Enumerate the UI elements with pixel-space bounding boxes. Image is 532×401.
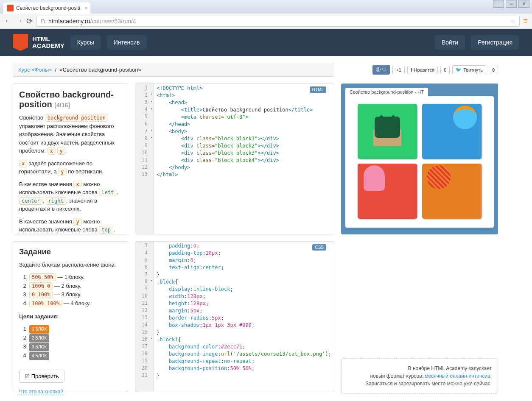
task-panel: Задание Задайте блокам расположение фона… <box>13 241 128 392</box>
logo-text-2: ACADEMY <box>32 42 64 49</box>
url-host: htmlacademy.ru <box>48 18 90 25</box>
preview-block-1 <box>358 104 417 159</box>
html-code[interactable]: <!DOCTYPE html> <html> <head> <title>Сво… <box>154 84 334 179</box>
promo-line: новый формат курсов: <box>370 373 425 379</box>
t: Свойство <box>19 114 45 121</box>
code-bg-position: background-position <box>45 114 108 122</box>
what-is-button-link[interactable]: Что это за кнопка? <box>19 389 63 395</box>
promo-line: В ноябре HTML Academy запускает <box>347 365 492 372</box>
cl: <div <box>181 157 196 163</box>
bookmark-star-icon[interactable]: ☆ <box>510 18 516 25</box>
task-item: 100% 0 — 2 блоку. <box>29 282 122 291</box>
cl: "block block4" <box>215 157 258 163</box>
fb-label: Нравится <box>414 67 435 72</box>
cl: <!DOCTYPE html> <box>157 85 202 91</box>
cl: class= <box>196 143 215 149</box>
cl: </head> <box>157 121 190 127</box>
logo-text-1: HTML <box>32 35 50 42</box>
code-x: x <box>19 160 27 167</box>
preview-body <box>345 96 494 228</box>
site-header: HTMLACADEMY Курсы Интенсив Войти Регистр… <box>0 29 532 56</box>
nav-intensive[interactable]: Интенсив <box>107 35 147 50</box>
vk-count: +1 <box>392 66 405 74</box>
cl: "block block3" <box>215 150 258 156</box>
t: по вертикали. <box>67 168 104 175</box>
site-logo[interactable]: HTMLACADEMY <box>13 34 64 51</box>
cl: </body> <box>157 164 190 170</box>
code-bottom: bottom <box>46 234 69 235</box>
cl: ></div> <box>258 157 279 163</box>
win-maximize[interactable]: ▭ <box>506 0 517 8</box>
preview-tab[interactable]: Свойство background-position - HT <box>345 88 428 96</box>
theory-progress: [4/16] <box>54 102 70 109</box>
code-right: right <box>46 197 66 205</box>
check-button[interactable]: ☑ Проверить <box>19 370 64 383</box>
facebook-icon: f <box>411 67 412 72</box>
nav-courses[interactable]: Курсы <box>70 35 101 50</box>
goals-title: Цели задания: <box>19 312 122 321</box>
tw-label: Твитнуть <box>463 67 483 72</box>
cl: <body> <box>157 128 187 134</box>
cl: <title> <box>181 107 203 113</box>
tw-share-button[interactable]: 🐦Твитнуть <box>452 65 486 74</box>
cl: ></div> <box>258 136 279 142</box>
code-left: left <box>99 189 116 196</box>
t: , <box>42 198 45 204</box>
breadcrumb-course[interactable]: Курс «Фоны» <box>18 67 52 73</box>
tab-close-icon[interactable]: × <box>85 5 88 11</box>
twitter-icon: 🐦 <box>456 67 462 72</box>
cl: > <box>246 114 249 120</box>
t: В качестве значения <box>19 218 73 225</box>
address-bar: ← → ⟳ 🗋 htmlacademy.ru/courses/53/run/4 … <box>0 14 532 29</box>
css-gutter: 3456789101112131415161718192021 <box>135 242 154 392</box>
register-button[interactable]: Регистрация <box>471 35 519 50</box>
t: . <box>65 148 67 154</box>
cl: <meta <box>181 114 199 120</box>
preview-block-3 <box>358 164 417 219</box>
task-list: 50% 50% — 1 блоку.100% 0 — 2 блоку.0 100… <box>19 273 122 308</box>
promo-link[interactable]: месячный онлайн-интенсив <box>425 373 490 379</box>
breadcrumb-current: «Свойство background-position» <box>59 67 141 73</box>
cl: "block block1" <box>215 136 258 142</box>
promo-column: В ноябре HTML Academy запускает новый фо… <box>341 241 498 394</box>
code-top: top <box>99 226 113 234</box>
cl: class= <box>196 136 215 142</box>
t: , <box>113 226 115 233</box>
promo-box: В ноябре HTML Academy запускает новый фо… <box>341 358 498 394</box>
css-code[interactable]: padding:0; padding-top:20px; margin:0; t… <box>154 242 334 380</box>
tw-count: 0 <box>489 66 498 74</box>
css-editor[interactable]: CSS 3456789101112131415161718192021 padd… <box>135 241 334 392</box>
browser-tab[interactable]: Свойство background-positi × <box>3 3 90 14</box>
win-minimize[interactable]: — <box>493 0 504 8</box>
cl: "block block2" <box>215 143 258 149</box>
back-icon[interactable]: ← <box>4 17 12 25</box>
breadcrumb-sep: / <box>55 67 57 73</box>
cl: <div <box>181 136 196 142</box>
page-icon: 🗋 <box>40 18 46 25</box>
forward-icon[interactable]: → <box>15 17 23 25</box>
vk-like-button[interactable]: Ⓑ ♡ <box>372 65 390 75</box>
login-button[interactable]: Войти <box>435 35 465 50</box>
fb-count: 0 <box>440 66 450 74</box>
theory-panel[interactable]: Свойство background-position [4/16] Свой… <box>13 84 128 234</box>
url-input[interactable]: 🗋 htmlacademy.ru/courses/53/run/4 ☆ <box>36 16 520 27</box>
preview-block-4 <box>422 164 482 219</box>
cl: charset= <box>199 114 224 120</box>
breadcrumb: Курс «Фоны» / «Свойство background-posit… <box>13 63 334 77</box>
task-intro: Задайте блокам расположение фона: <box>19 261 122 270</box>
task-item: 100% 100% — 4 блоку. <box>29 299 122 308</box>
social-bar: Ⓑ ♡ +1 fНравится 0 🐦Твитнуть 0 <box>341 63 498 77</box>
preview-panel: Свойство background-position - HT <box>341 84 498 234</box>
cl: Свойство background-position <box>202 107 288 113</box>
browser-tabstrip: — ▭ ✕ Свойство background-positi × <box>0 0 532 14</box>
html-editor[interactable]: HTML 12345678910111213 <!DOCTYPE html> <… <box>135 84 334 234</box>
goal-item: 1 БЛОК <box>29 325 122 334</box>
chrome-menu-icon[interactable]: ≡ <box>523 17 528 25</box>
fb-like-button[interactable]: fНравится <box>407 66 438 74</box>
win-close[interactable]: ✕ <box>518 0 529 8</box>
preview-block-2 <box>422 104 482 159</box>
t: В качестве значения <box>19 181 73 187</box>
goal-item: 2 БЛОК <box>29 334 122 343</box>
reload-icon[interactable]: ⟳ <box>26 17 33 26</box>
code-center: center <box>19 234 42 235</box>
